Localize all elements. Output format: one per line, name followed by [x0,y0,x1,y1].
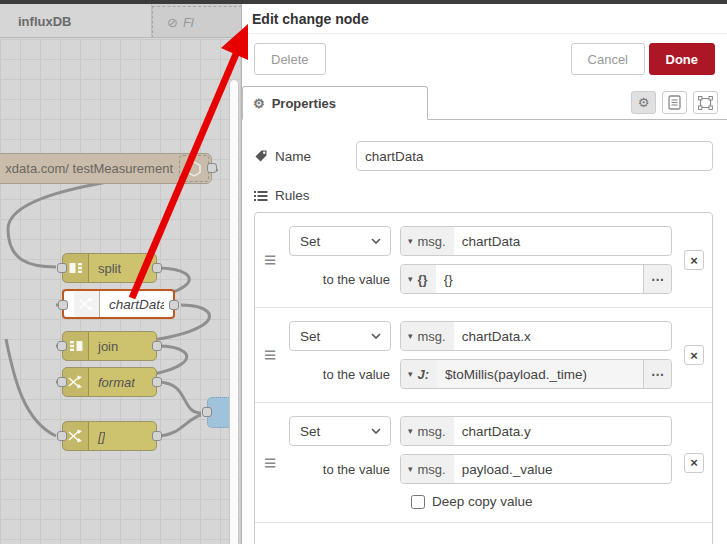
gear-icon: ⚙ [253,96,265,111]
rule3-action-value: Set [300,424,320,439]
rule2-property-input[interactable]: ▾ msg. chartData.x [400,321,672,351]
appearance-icon [698,96,713,110]
rule3-property-input[interactable]: ▾ msg. chartData.y [400,416,672,446]
rule3-to-label: to the value [289,462,391,477]
rule3-value-type-button[interactable]: ▾ msg. [401,455,454,483]
document-icon [668,95,681,110]
node-port[interactable] [152,341,162,351]
caret-down-icon: ▾ [408,274,413,284]
edit-dialog: Edit change node Delete Cancel Done ⚙ Pr… [241,4,727,544]
rule1-expand-button[interactable]: ⋯ [643,265,671,293]
node-chartdata[interactable]: chartData [62,289,175,319]
json-type-icon: {} [418,272,428,287]
rule2-value-type-button[interactable]: ▾ J: [401,360,437,388]
gear-icon: ⚙ [638,95,650,110]
description-tab-button[interactable] [662,91,687,114]
rule1-value-input[interactable]: ▾ {} {} ⋯ [400,264,672,294]
rule1-property-value[interactable]: chartData [454,227,671,255]
prohibit-icon: ⊘ [167,15,178,30]
caret-down-icon: ▾ [408,369,413,379]
rule3-delete-button[interactable]: × [684,453,704,473]
rule3-property-prefix: msg. [418,424,446,439]
node-format-label: format [89,375,135,390]
rule-row-1: ≡ Set ▾ msg. chartData [255,213,712,307]
rule3-value[interactable]: payload._value [454,455,671,483]
drag-handle-icon[interactable]: ≡ [264,248,276,272]
done-button[interactable]: Done [649,43,716,75]
tab-disabled-flow[interactable]: ⊘ Fl [152,6,242,38]
node-format[interactable]: format [62,367,157,397]
rule2-value[interactable]: $toMillis(payload._time) [437,360,643,388]
caret-down-icon: ▾ [408,236,413,246]
tab-influxdb[interactable]: influxDB [0,4,152,38]
node-port[interactable] [207,163,217,173]
tab-properties-label: Properties [272,96,336,111]
rule1-property-type-button[interactable]: ▾ msg. [401,227,454,255]
node-brackets-label: [] [89,429,105,444]
deep-copy-checkbox[interactable] [411,495,425,509]
flow-canvas[interactable]: xdata.com/ testMeasurement split [0,39,243,544]
rule2-value-input[interactable]: ▾ J: $toMillis(payload._time) ⋯ [400,359,672,389]
rule1-to-label: to the value [289,272,391,287]
node-port[interactable] [57,341,67,351]
rule1-property-input[interactable]: ▾ msg. chartData [400,226,672,256]
node-port[interactable] [152,377,162,387]
name-input[interactable] [356,141,713,171]
rule1-action-value: Set [300,234,320,249]
node-port[interactable] [202,407,212,417]
jsonata-type-icon: J: [418,367,430,382]
node-port[interactable] [169,300,179,310]
rule2-property-value[interactable]: chartData.x [454,322,671,350]
node-chartdata-label: chartData [100,297,164,312]
rule3-action-select[interactable]: Set [289,416,391,446]
rule2-expand-button[interactable]: ⋯ [643,360,671,388]
rule3-property-type-button[interactable]: ▾ msg. [401,417,454,445]
dialog-actions: Delete Cancel Done [242,34,727,86]
chevron-down-icon [371,333,381,339]
rule3-value-input[interactable]: ▾ msg. payload._value [400,454,672,484]
node-port[interactable] [152,431,162,441]
rule1-value-type-button[interactable]: ▾ {} [401,265,436,293]
rule3-value-prefix: msg. [418,462,446,477]
rule2-action-select[interactable]: Set [289,321,391,351]
list-icon [254,190,268,202]
node-port[interactable] [58,300,68,310]
rule3-property-value[interactable]: chartData.y [454,417,671,445]
rule1-action-select[interactable]: Set [289,226,391,256]
rule1-delete-button[interactable]: × [684,250,704,270]
node-port[interactable] [57,377,67,387]
node-port[interactable] [57,431,67,441]
rule2-delete-button[interactable]: × [684,345,704,365]
drag-handle-icon[interactable]: ≡ [264,451,276,475]
appearance-tab-button[interactable] [693,91,718,114]
properties-tab-button[interactable]: ⚙ [631,91,656,114]
drag-handle-icon[interactable]: ≡ [264,343,276,367]
rules-header: Rules [254,188,713,203]
node-split[interactable]: split [62,253,157,283]
flow-workspace: influxDB ⊘ Fl xdata.com/ testMeasurement [0,4,243,544]
tab-disabled-label: Fl [183,15,194,30]
change-icon [74,291,100,317]
delete-button[interactable]: Delete [254,43,326,75]
node-split-label: split [89,261,121,276]
node-port[interactable] [57,263,67,273]
rule2-to-label: to the value [289,367,391,382]
deep-copy-row: Deep copy value [411,494,672,509]
workspace-scrollbar[interactable] [229,79,239,544]
node-join[interactable]: join [62,331,157,361]
tab-properties[interactable]: ⚙ Properties [242,86,428,120]
rule2-property-type-button[interactable]: ▾ msg. [401,322,454,350]
rule2-property-prefix: msg. [418,329,446,344]
cancel-button[interactable]: Cancel [571,43,645,75]
rules-empty-area [255,522,712,544]
node-brackets[interactable]: [] [62,421,157,451]
dialog-title: Edit change node [242,4,727,34]
name-label: Name [275,149,311,164]
name-row: Name [254,141,713,171]
node-influxdb-out[interactable]: xdata.com/ testMeasurement [0,153,212,184]
deep-copy-label: Deep copy value [432,494,533,509]
dialog-body: Name Rules ≡ Set [242,120,727,544]
node-port[interactable] [152,263,162,273]
chevron-down-icon [371,238,381,244]
rule1-value[interactable]: {} [436,265,643,293]
